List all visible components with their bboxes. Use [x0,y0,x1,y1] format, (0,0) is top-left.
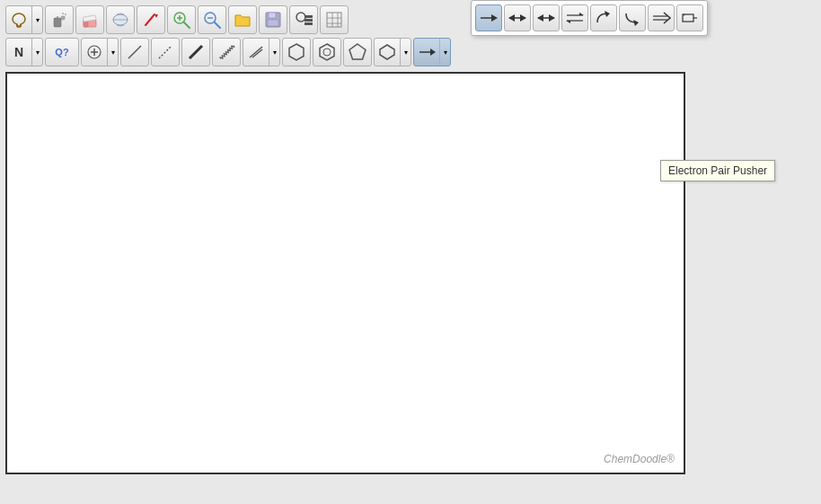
main-area: ChemDoodle® [5,72,816,474]
bond-group-btn[interactable]: ▾ [243,38,280,66]
open-file-btn[interactable] [228,5,257,34]
save-btn[interactable] [259,5,287,34]
svg-rect-25 [327,13,341,27]
svg-rect-19 [269,13,276,18]
grid-btn[interactable] [320,5,349,34]
svg-marker-41 [320,44,334,60]
curved-arrow-down-btn[interactable] [619,4,646,31]
svg-marker-58 [566,21,570,23]
svg-marker-48 [491,14,498,22]
single-bond-btn[interactable] [120,38,149,66]
svg-marker-54 [549,14,555,22]
curved-arrow-up-btn[interactable] [590,4,617,31]
svg-rect-20 [268,20,278,26]
svg-marker-56 [579,13,584,15]
zoom-in-btn[interactable] [167,5,196,34]
svg-marker-46 [430,49,436,56]
bond-group-dropdown-arrow[interactable]: ▾ [269,39,279,66]
arrow-tool-icon [414,39,439,66]
lasso-dropdown-arrow[interactable]: ▾ [31,6,42,33]
resonance-arrow-btn[interactable] [533,4,560,31]
svg-line-36 [220,46,233,58]
pentagon-btn[interactable] [343,38,372,66]
bracket-arrow-btn[interactable]: + [676,4,703,31]
svg-line-33 [128,46,141,58]
svg-line-35 [190,46,202,58]
svg-point-3 [62,13,64,14]
bold-bond-btn[interactable] [181,38,210,66]
drawing-canvas[interactable]: ChemDoodle® [5,72,685,474]
simple-arrow-btn[interactable] [475,4,502,31]
svg-point-5 [64,16,66,18]
svg-marker-44 [380,45,394,59]
add-icon [82,39,107,66]
template-tool-btn[interactable] [106,5,135,34]
query-btn[interactable]: Q? [45,38,79,66]
eraser-tool-btn[interactable] [75,5,104,34]
lasso-icon [6,6,31,33]
shape-group-icon [375,39,400,66]
arrow-type-popup: + [471,0,708,36]
svg-marker-51 [520,14,526,22]
atom-label-dropdown-arrow[interactable]: ▾ [31,39,42,66]
retrosynthetic-btn[interactable] [648,4,675,31]
svg-line-34 [159,46,172,58]
zoom-out-btn[interactable] [198,5,226,34]
atom-label-btn[interactable]: N ▾ [5,38,43,66]
double-head-arrow-btn[interactable] [504,4,531,31]
toolbar-row-2: N ▾ Q? ▾ [5,38,816,66]
svg-line-14 [184,22,190,28]
watermark: ChemDoodle® [604,453,675,465]
add-tool-dropdown-arrow[interactable]: ▾ [107,39,118,66]
svg-line-38 [250,47,262,57]
svg-line-37 [222,46,234,58]
svg-marker-43 [349,44,366,59]
svg-marker-40 [289,44,304,60]
svg-rect-24 [305,22,313,25]
arrow-tool-dropdown-arrow[interactable]: ▾ [439,39,450,66]
shape-group-dropdown-arrow[interactable]: ▾ [400,39,410,66]
svg-rect-23 [305,19,313,22]
equilibrium-arrow-btn[interactable] [561,4,588,31]
svg-rect-22 [305,15,313,18]
svg-point-42 [323,49,331,56]
hash-bond-btn[interactable] [212,38,241,66]
lasso-tool-btn[interactable]: ▾ [5,5,43,34]
search-btn[interactable] [289,5,318,34]
add-tool-btn[interactable]: ▾ [81,38,119,66]
benzene-btn[interactable] [313,38,341,66]
dashed-bond-btn[interactable] [151,38,180,66]
electron-pair-pusher-tooltip: Electron Pair Pusher [660,160,775,181]
shape-group-btn[interactable]: ▾ [374,38,411,66]
hexagon-btn[interactable] [282,38,311,66]
svg-marker-53 [537,14,543,22]
svg-text:+: + [683,12,686,17]
atom-draw-btn[interactable] [137,5,165,34]
svg-line-17 [215,22,220,28]
svg-point-4 [65,13,66,15]
svg-marker-50 [508,14,515,22]
bond-group-icon [243,39,269,66]
spray-tool-btn[interactable] [45,5,74,34]
arrow-tool-btn[interactable]: ▾ [413,38,451,66]
right-panel [685,72,816,474]
atom-n-label: N [6,39,31,66]
svg-point-21 [296,13,305,22]
svg-rect-0 [54,18,61,27]
